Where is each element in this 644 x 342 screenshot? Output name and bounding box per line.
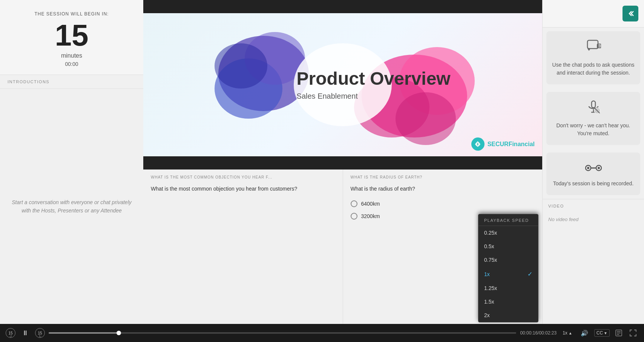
logo-icon	[471, 137, 485, 151]
speed-option-125x-label: 1.25x	[484, 285, 497, 291]
speed-option-1x[interactable]: 1x ✓	[478, 267, 538, 281]
minutes-label: minutes	[8, 52, 136, 59]
slide-area: Product Overview Sales Enablement SECURF…	[143, 0, 542, 169]
mute-info-text: Don't worry - we can't hear you. You're …	[552, 122, 635, 137]
speed-option-05x[interactable]: 0.5x	[478, 240, 538, 253]
total-time: 00:02:23	[539, 330, 557, 336]
session-timer-label: THE SESSION WILL BEGIN IN:	[8, 11, 136, 17]
volume-button[interactable]: 🔊	[578, 327, 590, 339]
mute-info-card: Don't worry - we can't hear you. You're …	[546, 92, 640, 145]
svg-rect-9	[587, 40, 598, 49]
session-time: 00:00	[8, 61, 136, 67]
countdown-number: 15	[8, 20, 136, 50]
recording-info-text: Today's session is being recorded.	[552, 180, 635, 188]
session-timer: THE SESSION WILL BEGIN IN: 15 minutes 00…	[0, 0, 143, 75]
cc-button[interactable]: CC ▼	[594, 329, 610, 337]
skip-forward-label: 15	[38, 331, 42, 335]
speed-option-1x-label: 1x	[484, 271, 490, 277]
slide-text-block: Product Overview Sales Enablement	[297, 69, 451, 101]
slide-top-bar	[143, 0, 542, 13]
cc-label: CC	[596, 330, 603, 336]
recording-tape-icon	[585, 163, 602, 173]
speed-chevron-icon: ▲	[569, 331, 572, 335]
qa-question-2: What is the radius of earth?	[351, 185, 535, 193]
mic-muted-svg	[586, 99, 601, 115]
svg-point-19	[587, 167, 589, 169]
logo-svg	[474, 140, 481, 148]
skip-back-label: 15	[8, 331, 12, 335]
qa-label-1: WHAT IS THE MOST COMMON OBJECTION YOU HE…	[151, 175, 335, 179]
logo-text: SECURFinancial	[488, 141, 535, 148]
progress-fill	[49, 332, 119, 334]
slide-subtitle: Sales Enablement	[297, 92, 451, 101]
cc-chevron-icon: ▼	[604, 331, 607, 335]
radio-label-2: 3200km	[361, 213, 380, 219]
speed-option-125x[interactable]: 1.25x	[478, 281, 538, 295]
skip-back-button[interactable]: 15 ↺	[6, 328, 15, 338]
transcript-button[interactable]	[613, 328, 624, 338]
speed-control[interactable]: 1x ▲	[560, 329, 575, 337]
speed-option-025x-label: 0.25x	[484, 230, 497, 236]
speed-option-15x[interactable]: 1.5x	[478, 295, 538, 308]
chat-info-text: Use the chat pods to ask questions and i…	[552, 61, 635, 77]
introductions-label: INTRODUCTIONS	[0, 75, 143, 89]
recording-icon	[552, 160, 635, 176]
collapse-icon	[626, 9, 635, 18]
chat-placeholder-text: Start a conversation with everyone or ch…	[8, 198, 136, 215]
radio-circle-2[interactable]	[351, 213, 357, 220]
speed-label: 1x	[563, 330, 567, 336]
collapse-button[interactable]	[623, 6, 638, 21]
fullscreen-button[interactable]	[628, 328, 638, 338]
muted-mic-icon	[552, 99, 635, 118]
chat-icon	[552, 39, 635, 57]
transcript-icon	[615, 329, 623, 337]
playback-speed-header: PLAYBACK SPEED	[478, 214, 538, 226]
bottom-toolbar: 15 ↺ ⏸ 15 ↻ 00:00:16/00:02:23 1x ▲ 🔊 CC …	[0, 324, 644, 342]
progress-bar[interactable]	[49, 332, 516, 334]
slide-logo: SECURFinancial	[471, 137, 535, 151]
right-top-bar	[543, 0, 644, 27]
slide-image: Product Overview Sales Enablement SECURF…	[143, 13, 542, 156]
play-pause-button[interactable]: ⏸	[19, 327, 31, 339]
volume-icon: 🔊	[581, 330, 588, 337]
skip-forward-button[interactable]: 15 ↻	[35, 328, 45, 338]
speed-option-075x[interactable]: 0.75x	[478, 253, 538, 267]
qa-question-1: What is the most common objection you he…	[151, 185, 335, 193]
svg-point-3	[215, 43, 267, 89]
speed-option-05x-label: 0.5x	[484, 243, 494, 249]
speed-option-075x-label: 0.75x	[484, 257, 497, 263]
svg-rect-13	[592, 101, 595, 108]
qa-label-2: WHAT IS THE RADIUS OF EARTH?	[351, 175, 535, 179]
left-panel: THE SESSION WILL BEGIN IN: 15 minutes 00…	[0, 0, 143, 324]
speed-option-15x-label: 1.5x	[484, 299, 494, 305]
chat-info-card: Use the chat pods to ask questions and i…	[546, 31, 640, 84]
slide-bottom-bar	[143, 156, 542, 169]
slide-content: Product Overview Sales Enablement SECURF…	[143, 13, 542, 156]
radio-option-1[interactable]: 6400km	[351, 200, 535, 207]
qa-panel-1: WHAT IS THE MOST COMMON OBJECTION YOU HE…	[143, 169, 343, 324]
slide-title: Product Overview	[297, 69, 451, 89]
svg-point-21	[598, 167, 600, 169]
check-mark-icon: ✓	[527, 270, 532, 278]
play-pause-icon: ⏸	[22, 329, 29, 337]
speed-option-2x-label: 2x	[484, 312, 490, 318]
current-time: 00:00:16	[520, 330, 538, 336]
fullscreen-icon	[629, 329, 637, 337]
video-section-label: VIDEO	[543, 199, 644, 213]
no-video-text: No video feed	[543, 213, 644, 226]
chat-placeholder: Start a conversation with everyone or ch…	[0, 89, 143, 324]
time-display: 00:00:16/00:02:23	[520, 330, 557, 336]
speed-option-2x[interactable]: 2x	[478, 308, 538, 322]
progress-handle[interactable]	[117, 331, 121, 335]
playback-speed-dropdown: PLAYBACK SPEED 0.25x 0.5x 0.75x 1x ✓ 1.2…	[478, 214, 538, 322]
speed-option-025x[interactable]: 0.25x	[478, 226, 538, 240]
chat-bubble-icon	[586, 39, 601, 54]
recording-info-card: Today's session is being recorded.	[546, 153, 640, 195]
radio-circle-1[interactable]	[351, 200, 357, 207]
radio-label-1: 6400km	[361, 201, 380, 207]
right-panel: Use the chat pods to ask questions and i…	[542, 0, 644, 324]
